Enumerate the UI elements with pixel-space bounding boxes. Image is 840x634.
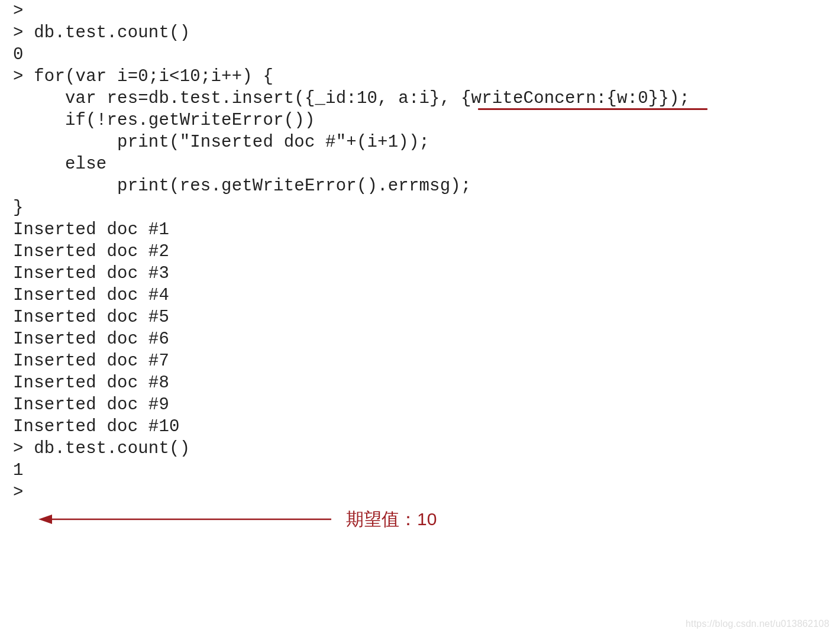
output-line: Inserted doc #2 [13,241,827,263]
code-print-err: print(res.getWriteError().errmsg); [13,175,827,197]
underline-annotation [478,108,707,110]
output-line: Inserted doc #1 [13,219,827,241]
output-line: Inserted doc #5 [13,306,827,328]
watermark-text: https://blog.csdn.net/u013862108 [686,619,829,629]
code-else: else [13,153,827,175]
code-close-brace: } [13,197,827,219]
command-count-2: > db.test.count() [13,438,827,460]
svg-marker-1 [38,515,52,524]
command-for-loop: > for(var i=0;i<10;i++) { [13,66,827,88]
output-line: Inserted doc #7 [13,350,827,372]
output-line: Inserted doc #6 [13,328,827,350]
command-count-1: > db.test.count() [13,22,827,44]
result-count-2: 1 [13,460,827,481]
output-line: Inserted doc #4 [13,284,827,306]
output-line: Inserted doc #8 [13,372,827,394]
terminal-output: > > db.test.count() 0 > for(var i=0;i<10… [0,0,840,503]
output-line: Inserted doc #10 [13,416,827,438]
expected-value-annotation: 期望值：10 [346,507,437,532]
code-insert: var res=db.test.insert({_id:10, a:i}, {w… [13,88,827,109]
code-if: if(!res.getWriteError()) [13,109,827,131]
code-print-inserted: print("Inserted doc #"+(i+1)); [13,131,827,153]
prompt-line: > [13,481,827,503]
prompt-line: > [13,0,827,22]
output-line: Inserted doc #3 [13,263,827,284]
arrow-icon [35,507,337,531]
output-line: Inserted doc #9 [13,394,827,416]
result-count-1: 0 [13,44,827,66]
